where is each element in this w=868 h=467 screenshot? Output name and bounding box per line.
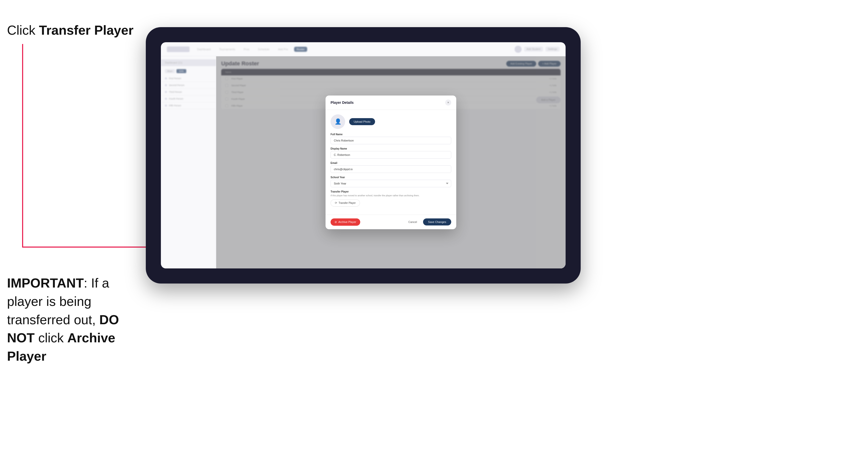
nav-dashboard[interactable]: Dashboard: [194, 47, 213, 52]
sidebar: Dashboard (11) Boys Girls First Person S…: [161, 56, 216, 269]
transfer-btn-label: Transfer Player: [339, 201, 356, 204]
sidebar-item-name: Fourth Person: [169, 97, 183, 100]
settings-button[interactable]: Settings: [546, 47, 560, 52]
sidebar-team-label: Dashboard (11): [161, 59, 216, 66]
tab-bar: Boys Girls: [161, 67, 216, 75]
instruction-bold: Transfer Player: [39, 23, 133, 37]
sidebar-item-name: First Person: [169, 77, 181, 80]
email-label: Email: [331, 162, 451, 164]
full-name-group: Full Name: [331, 133, 451, 144]
school-year-select[interactable]: First Year Second Year Third Year Fourth…: [331, 180, 451, 187]
tab-boys[interactable]: Boys: [165, 69, 175, 73]
nav-schedule[interactable]: Schedule: [255, 47, 272, 52]
user-icon: 👤: [335, 118, 341, 125]
tab-girls[interactable]: Girls: [177, 69, 186, 73]
transfer-section: Transfer Player If this player has moved…: [331, 190, 451, 207]
tablet-frame: Dashboard Tournaments Pros Schedule Add …: [146, 27, 581, 283]
avatar: [515, 46, 522, 53]
full-name-input[interactable]: [331, 137, 451, 144]
display-name-group: Display Name: [331, 147, 451, 159]
main-content: Update Roster Add Existing Player + Add …: [216, 56, 566, 269]
nav-tournaments[interactable]: Tournaments: [217, 47, 238, 52]
sidebar-item-name: Third Person: [169, 91, 182, 93]
tablet-screen: Dashboard Tournaments Pros Schedule Add …: [161, 42, 566, 269]
display-name-label: Display Name: [331, 147, 451, 150]
photo-circle: 👤: [331, 114, 345, 129]
upload-photo-button[interactable]: Upload Photo: [349, 118, 375, 125]
transfer-icon: ⟳: [335, 201, 337, 205]
nav-items: Dashboard Tournaments Pros Schedule Add …: [194, 47, 509, 52]
sidebar-item[interactable]: Fourth Person: [161, 95, 216, 102]
sidebar-item-name: Fifth Person: [169, 104, 181, 107]
display-name-input[interactable]: [331, 151, 451, 159]
email-group: Email: [331, 162, 451, 173]
header-right: Add Student Settings: [515, 46, 560, 53]
sidebar-item[interactable]: Fifth Person: [161, 102, 216, 109]
important-label: IMPORTANT: [7, 276, 84, 290]
modal-overlay: Player Details × 👤: [216, 56, 566, 269]
archive-btn-label: Archive Player: [338, 220, 356, 223]
transfer-player-button[interactable]: ⟳ Transfer Player: [331, 199, 360, 207]
player-details-modal: Player Details × 👤: [326, 95, 456, 229]
app-logo: [167, 46, 189, 52]
cancel-button[interactable]: Cancel: [405, 218, 420, 225]
modal-footer: ⊘ Archive Player Cancel Save Changes: [326, 215, 456, 229]
sidebar-item[interactable]: Second Person: [161, 82, 216, 89]
school-year-label: School Year: [331, 176, 451, 179]
modal-close-button[interactable]: ×: [445, 99, 451, 105]
school-year-group: School Year First Year Second Year Third…: [331, 176, 451, 187]
content-area: Dashboard (11) Boys Girls First Person S…: [161, 56, 566, 269]
archive-player-button[interactable]: ⊘ Archive Player: [331, 218, 360, 226]
sidebar-item[interactable]: Third Person: [161, 89, 216, 95]
instruction-text2: click: [35, 331, 67, 345]
instruction-bottom: IMPORTANT: If a player is being transfer…: [7, 274, 128, 366]
full-name-label: Full Name: [331, 133, 451, 136]
footer-right-buttons: Cancel Save Changes: [405, 218, 451, 225]
app-header: Dashboard Tournaments Pros Schedule Add …: [161, 42, 566, 56]
nav-roster[interactable]: Roster: [294, 47, 307, 52]
save-changes-button[interactable]: Save Changes: [423, 218, 451, 225]
photo-upload-row: 👤 Upload Photo: [331, 114, 451, 129]
close-icon: ×: [447, 101, 449, 104]
nav-pros[interactable]: Pros: [241, 47, 252, 52]
instruction-prefix: Click: [7, 23, 39, 37]
sidebar-item-name: Second Person: [169, 84, 185, 87]
email-input[interactable]: [331, 165, 451, 173]
modal-header: Player Details ×: [326, 95, 456, 110]
annotation-line-vertical: [22, 44, 23, 248]
transfer-section-label: Transfer Player: [331, 190, 451, 193]
modal-title: Player Details: [331, 100, 354, 104]
modal-body: 👤 Upload Photo Full Name: [326, 110, 456, 215]
add-student-button[interactable]: Add Student: [524, 47, 543, 52]
archive-icon: ⊘: [335, 220, 337, 224]
nav-add-pro[interactable]: Add Pro: [276, 47, 290, 52]
sidebar-item[interactable]: First Person: [161, 75, 216, 82]
transfer-section-desc: If this player has moved to another scho…: [331, 194, 451, 197]
instruction-top: Click Transfer Player: [7, 23, 133, 38]
